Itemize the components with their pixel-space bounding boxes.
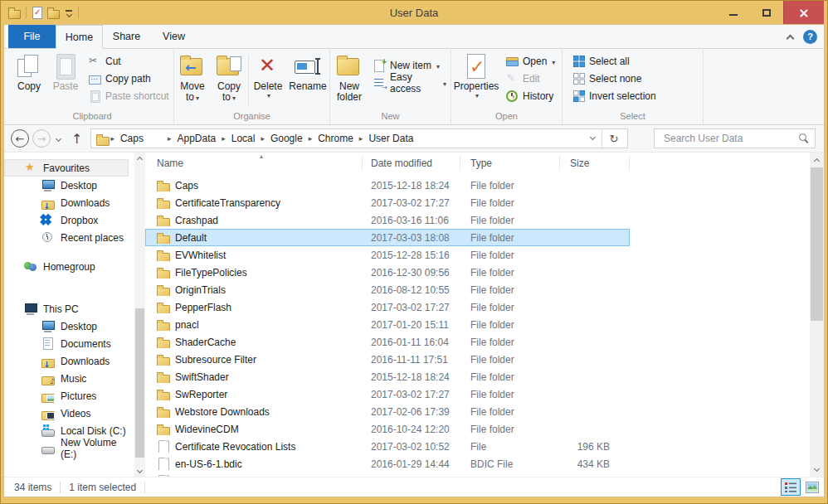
sidebar-item[interactable]: New Volume (E:) (4, 439, 134, 457)
cut-button[interactable]: Cut (84, 52, 173, 70)
sidebar-item-label: Documents (61, 338, 111, 350)
table-row[interactable]: Certificate Revocation Lists2017-03-02 1… (145, 438, 630, 455)
table-row[interactable]: ShaderCache2016-01-11 16:04File folder (145, 333, 630, 351)
list-scrollbar-thumb[interactable] (811, 167, 823, 321)
refresh-button[interactable]: ↻ (602, 129, 626, 148)
table-row[interactable]: Default2017-03-03 18:08File folder (145, 229, 630, 246)
table-row[interactable]: pnacl2017-01-20 15:11File folder (145, 316, 630, 333)
recent-locations-chevron-icon[interactable] (56, 135, 61, 141)
list-scroll-down-icon[interactable] (810, 463, 824, 477)
doc-icon (41, 337, 55, 350)
edit-button[interactable]: Edit (501, 70, 559, 87)
paste-button[interactable]: Paste (47, 51, 84, 93)
properties-button[interactable]: Properties (451, 51, 501, 100)
sidebar-item-favourites[interactable]: Favourites (4, 159, 129, 177)
sidebar-item[interactable]: Music (4, 370, 134, 387)
table-row[interactable]: Crashpad2016-03-16 11:06File folder (145, 211, 630, 229)
qat-customize-chevron-icon[interactable] (65, 8, 73, 17)
table-row[interactable]: SwReporter2017-03-02 17:27File folder (145, 385, 630, 403)
sidebar-item[interactable]: Desktop (4, 177, 134, 194)
tab-share[interactable]: Share (103, 25, 150, 48)
sidebar-item-thispc[interactable]: This PC (4, 300, 134, 317)
qat-new-folder-icon[interactable] (47, 7, 60, 18)
address-bar[interactable]: ▸Caps▸AppData▸Local▸Google▸Chrome▸User D… (90, 128, 628, 148)
breadcrumb-item[interactable]: Caps (115, 133, 167, 144)
table-row[interactable]: WidevineCDM2016-10-24 12:20File folder (145, 420, 630, 438)
tab-home[interactable]: Home (56, 25, 103, 49)
file-date: 2015-12-18 18:24 (363, 371, 460, 383)
sidebar-item[interactable]: Downloads (4, 194, 134, 211)
sidebar-item[interactable]: Pictures (4, 387, 134, 405)
delete-button[interactable]: Delete (250, 51, 286, 100)
sidebar-item-homegroup[interactable]: Homegroup (4, 258, 134, 275)
maximize-icon (762, 9, 771, 17)
search-icon[interactable] (798, 133, 810, 144)
table-row[interactable]: Webstore Downloads2017-02-06 17:39File f… (145, 403, 630, 420)
sidebar-item[interactable]: Recent places (4, 229, 134, 246)
history-button[interactable]: History (501, 87, 559, 104)
up-button[interactable]: ↑ (71, 131, 82, 147)
large-icons-view-button[interactable] (802, 478, 822, 496)
delete-dropdown-icon[interactable] (265, 92, 270, 99)
table-row[interactable]: SwiftShader2015-12-18 18:24File folder (145, 368, 630, 385)
properties-dropdown-icon[interactable] (474, 92, 479, 99)
new-folder-button[interactable]: New folder (330, 51, 368, 104)
table-row[interactable]: FileTypePolicies2016-12-30 09:56File fol… (145, 264, 630, 281)
column-header-type[interactable]: Type (460, 156, 560, 171)
select-none-button[interactable]: Select none (569, 70, 660, 87)
table-row[interactable]: Subresource Filter2016-11-11 17:51File f… (145, 351, 630, 368)
move-to-button[interactable]: Move to (174, 51, 211, 104)
back-button[interactable]: ← (11, 129, 29, 148)
sidebar-item[interactable]: Dropbox (4, 211, 134, 229)
tab-view[interactable]: View (150, 25, 197, 48)
rename-button[interactable]: Rename (286, 51, 329, 93)
breadcrumb-item[interactable]: Google (265, 133, 308, 144)
file-list: ▴ Name Date modified Type Size Caps2015-… (145, 153, 810, 477)
breadcrumb-item[interactable]: AppData (172, 133, 221, 144)
details-view-button[interactable] (781, 478, 801, 496)
table-row[interactable]: en-US-6-1.bdic2016-01-29 14:44BDIC File4… (145, 455, 630, 472)
tab-file[interactable]: File (8, 25, 56, 48)
column-header-date[interactable]: Date modified (363, 156, 460, 171)
list-scroll-up-icon[interactable] (810, 153, 824, 167)
qat-properties-icon[interactable] (32, 7, 42, 18)
sidebar-item[interactable]: Downloads (4, 352, 134, 370)
table-row[interactable]: OriginTrials2016-08-12 10:55File folder (145, 281, 630, 298)
paste-shortcut-button[interactable]: Paste shortcut (84, 87, 173, 104)
sidebar-scroll-down-icon[interactable] (134, 466, 145, 477)
forward-button[interactable]: → (32, 129, 51, 148)
maximize-button[interactable] (750, 1, 783, 24)
open-button[interactable]: Open (501, 52, 559, 70)
sidebar-scroll-up-icon[interactable] (134, 153, 145, 163)
close-button[interactable]: × (783, 1, 824, 24)
sidebar-item[interactable]: Documents (4, 335, 134, 352)
address-dropdown-button[interactable] (584, 133, 602, 144)
sidebar-item[interactable]: Videos (4, 405, 134, 422)
table-row[interactable]: EVWhitelist2015-12-28 15:16File folder (145, 246, 630, 264)
breadcrumb-item[interactable]: Chrome (313, 133, 358, 144)
file-type: File folder (460, 267, 560, 279)
sidebar-item[interactable]: Desktop (4, 317, 134, 335)
table-row[interactable]: PepperFlash2017-03-02 17:27File folder (145, 298, 630, 316)
copy-to-button[interactable]: Copy to (211, 51, 247, 104)
search-input[interactable] (662, 132, 798, 145)
sidebar-scrollbar-thumb[interactable] (135, 308, 144, 458)
breadcrumb-item[interactable]: Local (226, 133, 261, 144)
column-header-size[interactable]: Size (560, 156, 630, 171)
select-all-button[interactable]: Select all (569, 52, 660, 70)
minimize-ribbon-icon[interactable] (787, 34, 795, 42)
copy-button[interactable]: Copy (11, 51, 47, 93)
list-scrollbar[interactable] (810, 153, 824, 477)
table-row[interactable]: CertificateTransparency2017-03-02 17:27F… (145, 194, 630, 211)
folder-down-icon (41, 355, 55, 367)
copy-path-button[interactable]: Copy path (84, 70, 173, 87)
disk-icon (41, 442, 55, 454)
minimize-button[interactable] (717, 1, 750, 24)
help-icon[interactable]: ? (803, 30, 817, 44)
table-row[interactable]: Caps2015-12-18 18:24File folder (145, 177, 630, 194)
breadcrumb-item[interactable]: User Data (363, 133, 418, 144)
invert-selection-button[interactable]: Invert selection (569, 87, 660, 104)
sidebar-scrollbar[interactable] (134, 153, 145, 477)
easy-access-button[interactable]: Easy access (368, 74, 451, 91)
column-header-name[interactable]: Name (145, 156, 363, 171)
